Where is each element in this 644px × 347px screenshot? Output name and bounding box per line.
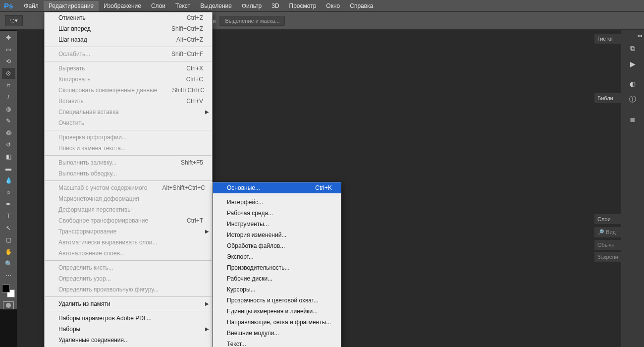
menu-help[interactable]: Справка (345, 1, 378, 11)
submenu-arrow-icon: ▶ (205, 325, 209, 333)
prefs-menu-item[interactable]: Прозрачность и цветовой охват... (213, 295, 341, 306)
prefs-menu-item[interactable]: Курсоры... (213, 284, 341, 295)
color-swatches[interactable] (2, 285, 15, 297)
layers-panel-tab[interactable]: Слои (594, 214, 621, 224)
prefs-menu-item[interactable]: Производительность... (213, 262, 341, 273)
dock-collapse-icon[interactable]: ◂◂ (621, 33, 644, 40)
marquee-tool[interactable]: ▭ (2, 44, 15, 55)
submenu-arrow-icon: ▶ (205, 228, 209, 235)
prefs-menu-item[interactable]: Внешние модули... (213, 328, 341, 339)
eyedropper-tool[interactable]: / (2, 92, 15, 103)
zoom-tool[interactable]: 🔍 (2, 258, 15, 269)
lasso-tool[interactable]: ⟲ (2, 56, 15, 67)
prefs-menu-item-label: Рабочие диски... (227, 275, 332, 283)
move-tool[interactable]: ✥ (2, 32, 15, 43)
prefs-menu-item[interactable]: Рабочая среда... (213, 208, 341, 219)
type-tool[interactable]: T (2, 211, 15, 222)
edit-menu-item: Ослабить...Shift+Ctrl+F (45, 49, 212, 59)
edit-menu-item-label: Определить узор... (58, 275, 203, 283)
histogram-panel-tab[interactable]: Гистог (594, 34, 621, 44)
edit-menu-item-label: Автоналожение слоев... (58, 249, 203, 257)
menu-bar: Ps Файл Редактирование Изображение Слои … (0, 0, 644, 12)
menu-3d[interactable]: 3D (267, 1, 284, 11)
edit-menu-item[interactable]: ОтменитьCtrl+Z (45, 12, 212, 23)
quick-select-tool[interactable]: ⊘ (2, 68, 15, 79)
edit-menu-item-label: Наборы (58, 325, 203, 333)
prefs-menu-item[interactable]: Инструменты... (213, 219, 341, 230)
left-toolbar: ✥ ▭ ⟲ ⊘ ⌗ / ◍ ✎ ᪥ ↺ ◧ ▬ 💧 ○ ✒ T ↖ ▢ ✋ 🔍 … (0, 31, 17, 309)
edit-menu-item: Свободное трансформированиеCtrl+T (45, 215, 212, 226)
menu-window[interactable]: Окно (321, 1, 345, 11)
edit-menu-item: Автоналожение слоев... (45, 248, 212, 259)
edit-menu-dropdown: ОтменитьCtrl+ZШаг впередShift+Ctrl+ZШаг … (44, 12, 213, 347)
actions-panel-icon[interactable]: ▶ (626, 58, 640, 70)
menu-layers[interactable]: Слои (146, 1, 170, 11)
prefs-menu-item[interactable]: Интерфейс... (213, 197, 341, 208)
pen-tool[interactable]: ✒ (2, 199, 15, 210)
tool-preset-picker[interactable]: ◌▾ (5, 15, 23, 26)
edit-menu-item-shortcut: Shift+Ctrl+F (171, 50, 203, 58)
edit-menu-item[interactable]: Шаг назадAlt+Ctrl+Z (45, 34, 212, 45)
properties-panel-icon[interactable]: ⧉ (626, 42, 640, 54)
prefs-menu-item[interactable]: Единицы измерения и линейки... (213, 306, 341, 317)
menu-file[interactable]: Файл (19, 1, 44, 11)
blend-mode-select[interactable]: Обычн (594, 240, 621, 250)
crop-tool[interactable]: ⌗ (2, 80, 15, 91)
edit-menu-item[interactable]: Наборы▶ (45, 324, 212, 335)
layers-panel-icon[interactable]: ≣ (626, 114, 640, 125)
path-select-tool[interactable]: ↖ (2, 223, 15, 233)
clone-stamp-tool[interactable]: ᪥ (2, 127, 15, 138)
prefs-menu-item-label: Основные... (227, 184, 300, 192)
edit-menu-item[interactable]: Наборы параметров Adobe PDF... (45, 313, 212, 324)
prefs-menu-item[interactable]: Рабочие диски... (213, 273, 341, 284)
layers-search[interactable]: 🔎 Вид (594, 227, 621, 237)
edit-menu-item: ВставитьCtrl+V (45, 96, 212, 107)
prefs-menu-item[interactable]: Основные...Ctrl+K (213, 182, 341, 193)
adjustments-panel-icon[interactable]: ◐ (626, 78, 640, 90)
prefs-menu-item-label: Курсоры... (227, 286, 332, 293)
edit-menu-item: Марионеточная деформация (45, 193, 212, 204)
prefs-menu-item[interactable]: Текст... (213, 339, 341, 347)
edit-menu-item-label: Проверка орфографии... (58, 133, 203, 141)
edit-menu-item[interactable]: Удаленные соединения... (45, 335, 212, 346)
prefs-menu-item-shortcut: Ctrl+K (315, 184, 332, 192)
libraries-panel-tab[interactable]: Библи (594, 93, 621, 103)
edit-menu-item[interactable]: Шаг впередShift+Ctrl+Z (45, 23, 212, 34)
prefs-menu-item[interactable]: Направляющие, сетка и фрагменты... (213, 317, 341, 328)
fg-color-swatch[interactable] (2, 285, 10, 292)
prefs-menu-item[interactable]: Экспорт... (213, 251, 341, 262)
eraser-tool[interactable]: ◧ (2, 151, 15, 162)
info-panel-icon[interactable]: ⓘ (626, 94, 640, 106)
spot-heal-tool[interactable]: ◍ (2, 104, 15, 115)
brush-tool[interactable]: ✎ (2, 116, 15, 126)
hand-tool[interactable]: ✋ (2, 246, 15, 257)
prefs-menu-item-label: Производительность... (227, 264, 332, 272)
prefs-menu-item[interactable]: История изменений... (213, 230, 341, 240)
menu-filter[interactable]: Фильтр (237, 1, 267, 11)
menu-select[interactable]: Выделение (195, 1, 237, 11)
prefs-menu-item-label: Инструменты... (227, 220, 332, 228)
edit-menu-item-label: Определить кисть... (58, 264, 203, 272)
shape-tool[interactable]: ▢ (2, 234, 15, 245)
edit-menu-separator (45, 130, 212, 130)
dodge-tool[interactable]: ○ (2, 187, 15, 198)
blur-tool[interactable]: 💧 (2, 175, 15, 186)
history-brush-tool[interactable]: ↺ (2, 139, 15, 150)
edit-menu-item[interactable]: Удалить из памяти▶ (45, 298, 212, 309)
edit-toolbar[interactable]: ⋯ (2, 270, 15, 281)
menu-view[interactable]: Просмотр (284, 1, 322, 11)
edit-menu-item: Выполнить заливку...Shift+F5 (45, 157, 212, 168)
prefs-menu-item[interactable]: Обработка файлов... (213, 240, 341, 251)
edit-menu-separator (45, 180, 212, 181)
menu-text[interactable]: Текст (170, 1, 195, 11)
select-and-mask-button[interactable]: Выделение и маска... (219, 16, 285, 26)
menu-image[interactable]: Изображение (99, 1, 146, 11)
edit-menu-item-label: Наборы параметров Adobe PDF... (58, 314, 203, 322)
gradient-tool[interactable]: ▬ (2, 163, 15, 174)
prefs-menu-item-label: История изменений... (227, 231, 332, 239)
menu-edit[interactable]: Редактирование (44, 1, 99, 11)
edit-menu-item-shortcut: Ctrl+C (186, 75, 203, 83)
edit-menu-item-shortcut: Ctrl+Z (187, 14, 203, 22)
quick-mask-toggle[interactable] (3, 301, 14, 309)
edit-menu-item: Деформация перспективы (45, 204, 212, 215)
